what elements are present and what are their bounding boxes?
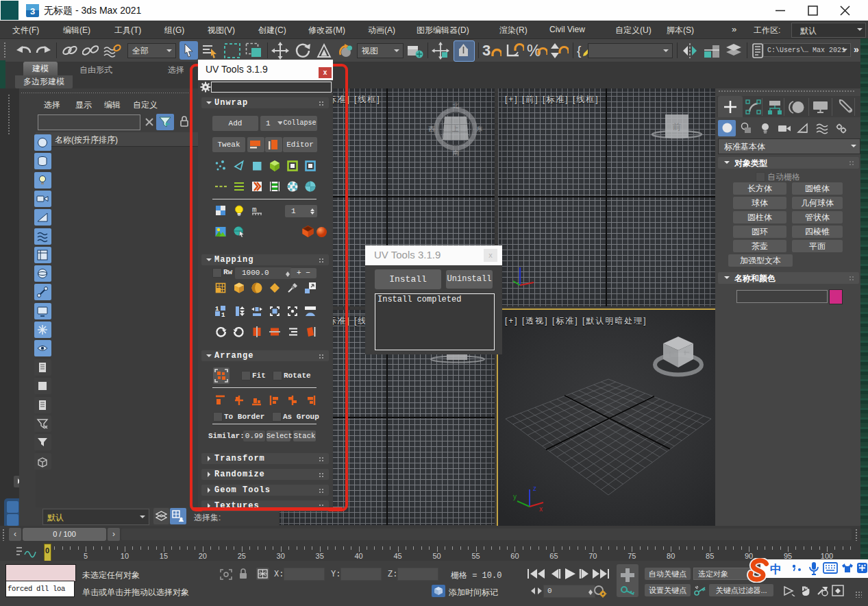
svg-text:z: z xyxy=(533,485,536,492)
svg-text:前: 前 xyxy=(673,122,681,132)
svg-text:3: 3 xyxy=(30,6,35,16)
svg-text:{: { xyxy=(577,43,582,58)
svg-text:南: 南 xyxy=(453,149,459,156)
svg-text:x: x xyxy=(539,505,543,513)
svg-text:东: 东 xyxy=(476,125,483,132)
svg-text:西: 西 xyxy=(429,125,435,132)
svg-text:y: y xyxy=(513,493,517,500)
svg-text:上: 上 xyxy=(451,125,459,132)
svg-text:m: m xyxy=(252,206,257,214)
svg-text:北: 北 xyxy=(453,102,459,109)
svg-text:3: 3 xyxy=(482,42,491,59)
svg-text:1: 1 xyxy=(221,312,225,317)
